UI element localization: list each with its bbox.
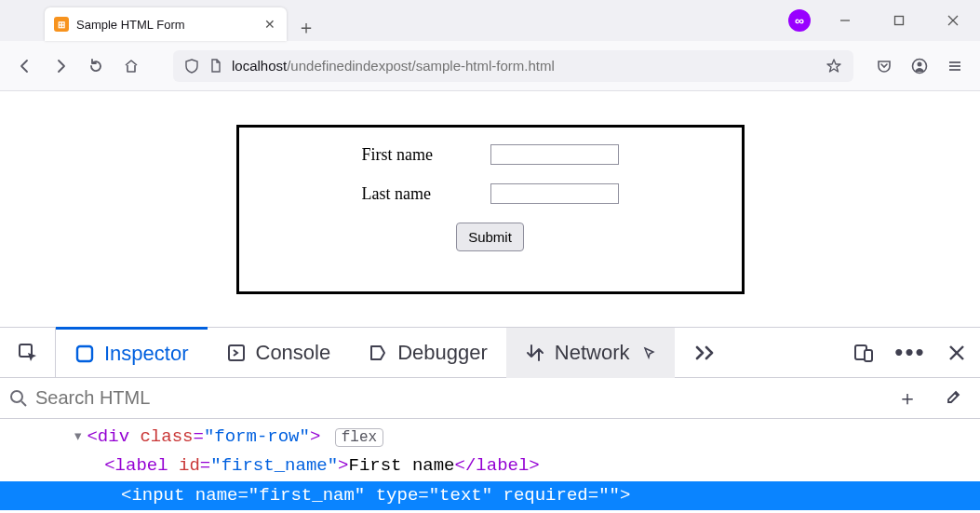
maximize-button[interactable] [872, 0, 926, 41]
browser-tab[interactable]: ⊞ Sample HTML Form ✕ [45, 7, 287, 41]
back-button[interactable] [9, 50, 41, 82]
minimize-button[interactable] [818, 0, 872, 41]
bookmark-star-icon[interactable] [826, 58, 842, 74]
form-row-last: Last name [362, 183, 619, 204]
svg-rect-10 [77, 346, 92, 361]
reload-button[interactable] [80, 50, 112, 82]
devtools-menu-button[interactable]: ••• [887, 328, 933, 378]
new-node-button[interactable]: ＋ [889, 385, 926, 412]
sample-form: First name Last name Submit [236, 125, 745, 294]
extension-icon[interactable]: ∞ [788, 9, 811, 32]
pocket-button[interactable] [868, 50, 900, 82]
first-name-label: First name [362, 145, 455, 165]
svg-line-17 [21, 401, 26, 406]
browser-titlebar: ⊞ Sample HTML Form ✕ ＋ ∞ [0, 0, 980, 41]
svg-point-16 [11, 391, 22, 402]
last-name-label: Last name [362, 184, 455, 204]
last-name-input[interactable] [490, 183, 619, 204]
account-button[interactable] [904, 50, 935, 82]
close-window-button[interactable] [926, 0, 980, 41]
submit-button[interactable]: Submit [456, 223, 524, 251]
network-tab[interactable]: Network [506, 328, 675, 378]
dom-search-input[interactable] [35, 378, 881, 418]
new-tab-button[interactable]: ＋ [292, 13, 320, 41]
dom-tree[interactable]: ▾<div class="form-row"> flex <label id="… [0, 419, 980, 510]
tab-title: Sample HTML Form [76, 18, 255, 32]
eyedropper-button[interactable] [933, 389, 971, 408]
svg-rect-1 [895, 17, 904, 25]
cursor-icon [643, 346, 656, 359]
devtools-panel: Inspector Console Debugger Network ••• [0, 327, 980, 513]
first-name-input[interactable] [490, 144, 619, 165]
responsive-design-button[interactable] [840, 328, 887, 378]
page-viewport: First name Last name Submit [0, 91, 980, 327]
devtools-tabbar: Inspector Console Debugger Network ••• [0, 328, 980, 378]
window-controls [818, 0, 980, 41]
tabs-overflow-button[interactable] [682, 344, 729, 362]
xampp-favicon: ⊞ [54, 17, 69, 32]
home-button[interactable] [115, 50, 147, 82]
url-text: localhost/undefinedindexpost/sample-html… [232, 58, 555, 74]
inspector-tab[interactable]: Inspector [56, 327, 208, 377]
page-icon [208, 59, 222, 73]
search-icon [9, 389, 28, 408]
browser-toolbar: localhost/undefinedindexpost/sample-html… [0, 41, 980, 91]
dom-search-bar: ＋ [0, 378, 980, 419]
devtools-close-button[interactable] [933, 328, 980, 378]
console-tab[interactable]: Console [208, 328, 350, 378]
svg-rect-13 [865, 350, 872, 361]
forward-button[interactable] [45, 50, 76, 82]
svg-point-5 [918, 61, 922, 66]
form-row-first: First name [362, 144, 619, 165]
url-bar[interactable]: localhost/undefinedindexpost/sample-html… [173, 50, 853, 82]
element-picker-button[interactable] [0, 328, 56, 378]
close-tab-icon[interactable]: ✕ [262, 17, 277, 32]
shield-icon [184, 59, 199, 74]
app-menu-button[interactable] [939, 50, 971, 82]
debugger-tab[interactable]: Debugger [349, 328, 506, 378]
